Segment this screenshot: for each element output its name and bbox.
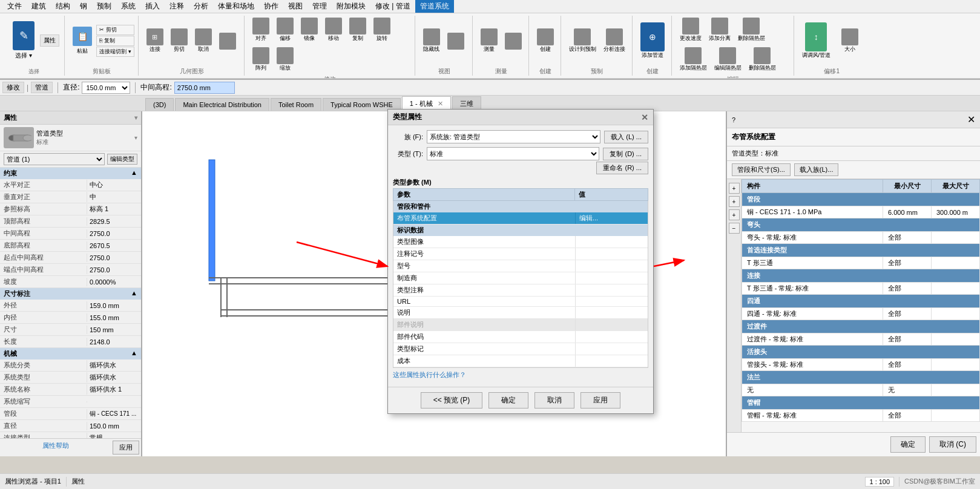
conn-row-1[interactable]: T 形三通 - 常规: 标准 全部 — [742, 283, 980, 295]
height-input[interactable] — [174, 82, 235, 94]
menu-addins[interactable]: 附加模块 — [332, 0, 370, 13]
dp-row-description[interactable]: 说明 — [393, 307, 648, 319]
properties-apply-btn[interactable]: 应用 — [113, 441, 139, 455]
elbow-row-1[interactable]: 弯头 - 常规: 标准 全部 — [742, 232, 980, 244]
menu-view[interactable]: 视图 — [283, 0, 307, 13]
add-insulation-btn[interactable]: 添加隔热层 — [677, 45, 710, 74]
dp-row-model[interactable]: 型号 — [393, 260, 648, 272]
tab-3d[interactable]: (3D) — [145, 98, 174, 111]
duplicate-btn[interactable]: 复制 (D) ... — [603, 148, 648, 160]
tab-close-mechanical[interactable]: ✕ — [438, 100, 443, 108]
union-row-1[interactable]: 管接头 - 常规: 标准 全部 — [742, 359, 980, 371]
menu-annotate[interactable]: 注释 — [165, 0, 189, 13]
dp-row-type-image[interactable]: 类型图像 — [393, 236, 648, 248]
rp-cancel-btn[interactable]: 取消 (C) — [929, 436, 976, 453]
dialog-apply-btn[interactable]: 应用 — [580, 392, 620, 409]
menu-file[interactable]: 文件 — [2, 0, 27, 13]
section-mechanical-toggle[interactable]: ▲ — [131, 349, 137, 358]
analyze-link-btn[interactable]: 分析连接 — [600, 27, 628, 55]
offset-btn[interactable]: 偏移 — [274, 16, 297, 44]
copy-btn2[interactable]: 复制 — [346, 16, 369, 44]
measure-btn2[interactable] — [502, 31, 525, 51]
diameter-select[interactable]: 150.0 mm — [82, 82, 130, 94]
menu-analyze[interactable]: 分析 — [189, 0, 213, 13]
load-btn[interactable]: 载入 (L) ... — [604, 131, 648, 143]
menu-collaborate[interactable]: 协作 — [259, 0, 283, 13]
dp-row-manufacturer[interactable]: 制造商 — [393, 272, 648, 284]
load-family-btn[interactable]: 载入族(L)... — [794, 163, 839, 176]
delete-insulation-btn[interactable]: 删除隔热层 — [735, 16, 768, 44]
menu-massing[interactable]: 体量和场地 — [213, 0, 259, 13]
geom-btn3[interactable]: 取消 — [192, 27, 215, 55]
menu-architecture[interactable]: 建筑 — [27, 0, 51, 13]
family-select[interactable]: 系统族: 管道类型 — [427, 130, 600, 143]
add-segment-btn[interactable]: ⊕ 添加管道 — [637, 21, 668, 61]
dp-row-cost[interactable]: 成本 — [393, 355, 648, 367]
menu-manage[interactable]: 管理 — [307, 0, 332, 13]
dp-row-layout-config[interactable]: 布管系统配置 编辑... — [393, 212, 648, 225]
ribbon-attr-btn[interactable]: 属性 — [40, 34, 59, 47]
dialog-preview-btn[interactable]: << 预览 (P) — [421, 392, 483, 409]
move-btn[interactable]: 移动 — [322, 16, 345, 44]
dialog-help-link[interactable]: 这些属性执行什么操作？ — [393, 368, 466, 382]
big-small-btn[interactable]: 大小 — [835, 27, 865, 55]
cut-btn[interactable]: ✂ 剪切 — [96, 25, 134, 35]
flange-row-1[interactable]: 无 无 — [742, 384, 980, 396]
menu-insert[interactable]: 插入 — [140, 0, 165, 13]
measure-btn1[interactable]: 测量 — [478, 27, 501, 55]
menu-precast[interactable]: 预制 — [92, 0, 116, 13]
copy-btn[interactable]: ⎘ 复制 — [96, 36, 134, 46]
connect-cut-btn[interactable]: 连接端切割 ▾ — [96, 47, 134, 57]
menu-pipe-system[interactable]: 管道系统 — [415, 0, 454, 13]
dp-row-annotation[interactable]: 注释记号 — [393, 248, 648, 260]
dp-row-part-code[interactable]: 部件代码 — [393, 331, 648, 343]
status-tab1[interactable]: 属性 — [71, 477, 85, 486]
join-btn[interactable]: ⊞ 连接 — [143, 27, 166, 55]
dp-row-type-comment[interactable]: 类型注释 — [393, 284, 648, 297]
view-btn1[interactable]: 隐藏线 — [420, 27, 443, 55]
edit-type-btn[interactable]: 编辑类型 — [107, 154, 137, 165]
scale-btn[interactable]: 缩放 — [274, 45, 297, 74]
dp-row-url[interactable]: URL — [393, 297, 648, 307]
rp-ok-btn[interactable]: 确定 — [890, 436, 926, 453]
tab-toilet[interactable]: Toilet Room — [271, 98, 321, 111]
paste-btn[interactable]: 📋 粘贴 — [70, 25, 95, 57]
preferred-conn-row-1[interactable]: T 形三通 全部 — [742, 257, 980, 269]
segment-size-btn[interactable]: 管段和尺寸(S)... — [732, 163, 791, 176]
dialog-ok-btn[interactable]: 确定 — [488, 392, 528, 409]
align-btn[interactable]: 对齐 — [249, 16, 272, 44]
cut-btn2[interactable]: 剪切 — [168, 27, 191, 55]
rp-del-btn[interactable]: − — [729, 223, 740, 234]
rp-down-btn[interactable]: + — [729, 196, 740, 207]
view-btn2[interactable] — [444, 31, 467, 51]
geom-btn4[interactable] — [216, 31, 239, 51]
instance-select[interactable]: 管道 (1) — [4, 153, 105, 165]
rp-up-btn[interactable]: + — [729, 183, 740, 194]
precontrol-btn[interactable]: 设计到预制 — [566, 27, 599, 55]
tab-electrical[interactable]: Main Electrical Distribution — [175, 98, 269, 111]
type-select[interactable]: 标准 — [427, 147, 599, 160]
array-btn[interactable]: 阵列 — [249, 45, 272, 74]
segment-row-1[interactable]: 铜 - CECS 171 - 1.0 MPa 6.000 mm 300.000 … — [742, 206, 980, 218]
create-btn1[interactable]: 创建 — [534, 27, 557, 55]
menu-steel[interactable]: 钢 — [75, 0, 92, 13]
dialog-cancel-btn[interactable]: 取消 — [534, 392, 574, 409]
dp-row-type-mark[interactable]: 类型标记 — [393, 343, 648, 355]
cap-row-1[interactable]: 管帽 - 常规: 标准 全部 — [742, 410, 980, 422]
change-speed-btn[interactable]: 更改速度 — [677, 16, 705, 44]
rotate-btn[interactable]: 旋转 — [370, 16, 393, 44]
menu-modify-pipe[interactable]: 修改 | 管道 — [370, 0, 415, 13]
edit-insulation-btn[interactable]: 编辑隔热层 — [711, 45, 745, 74]
delete-insulation-btn2[interactable]: 删除隔热层 — [746, 45, 779, 74]
dialog-close-btn[interactable]: ✕ — [641, 113, 648, 122]
section-dimensions-toggle[interactable]: ▲ — [131, 289, 137, 298]
offset-fan-btn[interactable]: ↕ 调调风/管道 — [799, 21, 834, 61]
section-constraints-toggle[interactable]: ▲ — [131, 169, 137, 178]
transition-row-1[interactable]: 过渡件 - 常规: 标准 全部 — [742, 333, 980, 346]
add-divide-btn[interactable]: 添加分离 — [706, 16, 734, 44]
rename-btn[interactable]: 重命名 (R) ... — [596, 162, 648, 174]
4way-row-1[interactable]: 四通 - 常规: 标准 全部 — [742, 308, 980, 320]
rp-add-btn[interactable]: + — [729, 209, 740, 220]
ribbon-modify-btn[interactable]: ✎ 选择 ▾ — [8, 19, 39, 62]
properties-help-link[interactable]: 属性帮助 — [0, 439, 111, 456]
